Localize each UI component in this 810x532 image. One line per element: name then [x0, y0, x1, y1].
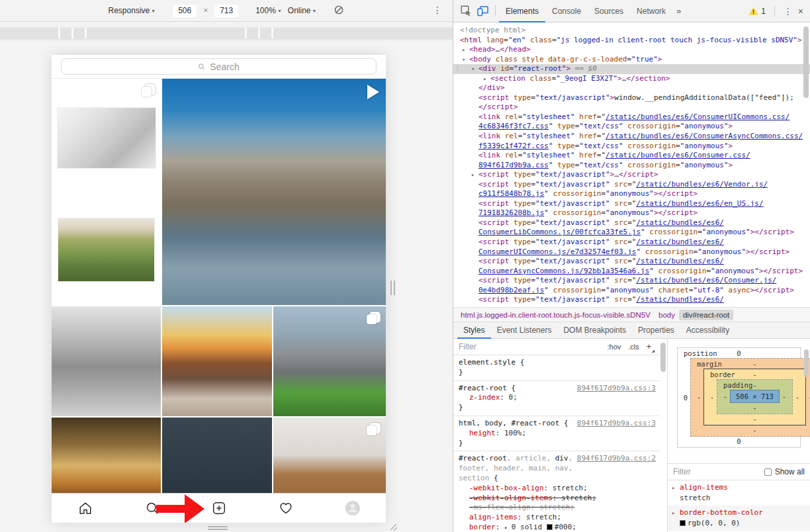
more-tabs-button[interactable]: » [672, 6, 685, 16]
stylesheet-source-link[interactable]: 894f617d9b9a.css:2 [577, 454, 656, 464]
devtools-tab-elements[interactable]: Elements [499, 0, 545, 22]
expand-arrow-closed[interactable]: ▸ [471, 170, 478, 180]
elements-tree-line[interactable]: ▾<body class style data-gr-c-s-loaded="t… [453, 55, 810, 65]
breadcrumb-item[interactable]: div#react-root [679, 310, 733, 320]
elements-tree-line[interactable]: 0e4bd98b2eaf.js" crossorigin="anonymous"… [453, 286, 810, 296]
css-property[interactable]: -ms-flex-align: stretch; [459, 503, 656, 513]
elements-tree-line[interactable]: <link rel="stylesheet" href="/static/bun… [453, 151, 810, 161]
viewport-height-input[interactable] [214, 5, 238, 17]
close-icon[interactable]: × [798, 6, 803, 17]
post-tile-autumn-lake[interactable] [52, 418, 161, 493]
css-property[interactable]: -webkit-align-items: stretch; [459, 494, 656, 504]
device-type-dropdown[interactable]: Responsive ▼ [109, 6, 156, 15]
styles-scrollbar[interactable] [660, 339, 667, 532]
devtools-tab-network[interactable]: Network [630, 0, 672, 22]
home-button[interactable] [71, 494, 100, 523]
post-tile-veil-archway[interactable] [52, 79, 161, 191]
zoom-dropdown[interactable]: 100% ▼ [255, 6, 282, 15]
breadcrumb-item[interactable]: body [654, 310, 679, 320]
elements-tree-line[interactable]: ConsumerUICommons.js/e7d32574ef03.js" cr… [453, 247, 810, 257]
style-rule[interactable]: element.style {} [453, 355, 660, 381]
elements-tree-line[interactable]: <script type="text/javascript" src="/sta… [453, 257, 810, 267]
computed-filter-input[interactable]: Filter [673, 467, 691, 476]
elements-tree-line[interactable]: </div> [453, 83, 810, 93]
post-tile-snowy-forest[interactable] [52, 306, 161, 416]
style-rule[interactable]: 894f617d9b9a.css:3html, body, #react-roo… [453, 416, 660, 451]
pseudo-state-toggle[interactable]: :hov [607, 343, 621, 351]
box-model-diagram[interactable]: position0 0 margin- - border- - [668, 339, 810, 464]
elements-tree-line[interactable]: c911f5848b78.js" crossorigin="anonymous"… [453, 189, 810, 199]
post-tile-white-garage[interactable] [273, 418, 386, 493]
viewport-resize-handle-bottom[interactable] [208, 526, 228, 531]
elements-tree-line[interactable]: <script type="text/javascript" src="/sta… [453, 238, 810, 247]
computed-property[interactable]: ▸align-itemsstretch [668, 480, 810, 506]
elements-tree-line-selected[interactable]: ⋮▾<div id="react-root"> == $0 [453, 64, 810, 74]
elements-tree-line[interactable]: 894f617d9b9a.css" type="text/css" crosso… [453, 161, 810, 171]
device-toolbar-menu-icon[interactable]: ⋮ [433, 5, 442, 15]
viewport-width-input[interactable] [173, 5, 197, 17]
sidebar-tab-properties[interactable]: Properties [632, 322, 680, 339]
css-property[interactable]: z-index: 0; [459, 393, 656, 403]
elements-scrollbar-thumb[interactable] [803, 26, 809, 98]
style-rule[interactable]: 894f617d9b9a.css:2#react-root, article, … [453, 451, 660, 532]
elements-tree-line[interactable]: <script type="text/javascript" src="/sta… [453, 180, 810, 190]
sidebar-tab-event-listeners[interactable]: Event Listeners [491, 322, 558, 339]
viewport-resize-handle-right[interactable] [390, 281, 396, 295]
no-throttling-icon[interactable] [334, 5, 344, 17]
post-tile-dark-pine-forest[interactable] [162, 418, 272, 493]
color-swatch[interactable] [547, 524, 553, 530]
elements-tree-line[interactable]: f5339c1f472f.css" type="text/css" crosso… [453, 142, 810, 152]
elements-tree-line[interactable]: <link rel="stylesheet" href="/static/bun… [453, 112, 810, 122]
post-tile-brutalist-building[interactable] [273, 306, 386, 416]
console-warning-badge[interactable]: 1 [748, 7, 766, 16]
new-post-button[interactable] [204, 494, 234, 523]
elements-tree-line[interactable]: ▸<head>…</head> [453, 45, 810, 55]
expand-arrow-open[interactable]: ▾ [462, 55, 469, 65]
css-property[interactable]: align-items: stretch; [459, 513, 656, 523]
elements-tree-line[interactable]: ConsumerAsyncCommons.js/92bb1a3546a6.js"… [453, 267, 810, 277]
css-property[interactable]: height: 100%; [459, 429, 656, 439]
sidebar-tab-styles[interactable]: Styles [457, 322, 491, 339]
elements-tree-line[interactable]: <script type="text/javascript" src="/sta… [453, 295, 810, 305]
css-property[interactable]: border: ▸ 0 solid #000; [459, 523, 656, 532]
elements-tree-line[interactable]: <script type="text/javascript" src="/sta… [453, 218, 810, 228]
computed-property[interactable]: ▸border-bottom-colorrgb(0, 0, 0) [668, 506, 810, 531]
elements-tree-line[interactable]: <link rel="stylesheet" href="/static/bun… [453, 132, 810, 142]
toggle-device-toolbar-icon[interactable] [474, 3, 492, 20]
activity-button[interactable] [271, 494, 300, 523]
new-style-rule-button[interactable]: +◢ [647, 341, 654, 353]
expand-arrow-closed[interactable]: ▸ [462, 45, 469, 55]
search-input[interactable]: Search [61, 58, 377, 75]
show-all-checkbox[interactable] [764, 468, 772, 476]
elements-tree-line[interactable]: <html lang="en" class="js logged-in clie… [453, 36, 810, 46]
scrollbar-thumb[interactable] [660, 343, 666, 372]
elements-tree-line[interactable]: <script type="text/javascript" src="/sta… [453, 276, 810, 286]
stylesheet-source-link[interactable]: 894f617d9b9a.css:3 [577, 384, 656, 394]
box-model-scrollbar-thumb[interactable] [804, 349, 809, 377]
expand-arrow-closed[interactable]: ▸ [483, 74, 490, 84]
style-rule[interactable]: 894f617d9b9a.css:3#react-root {z-index: … [453, 381, 660, 416]
elements-tree-line[interactable]: 71918326208b.js" crossorigin="anonymous"… [453, 208, 810, 218]
css-property[interactable]: -webkit-box-align: stretch; [459, 484, 656, 494]
elements-tree-line[interactable]: </script> [453, 103, 810, 112]
expand-arrow-open[interactable]: ▾ [471, 64, 478, 74]
inspect-element-icon[interactable] [457, 3, 474, 20]
post-tile-mountain-river[interactable] [162, 79, 386, 305]
elements-tree-line[interactable]: <!doctype html> [453, 26, 810, 36]
elements-tree-line[interactable]: <script type="text/javascript">window.__… [453, 93, 810, 103]
devtools-menu-icon[interactable]: ⋮ [784, 6, 793, 17]
elements-tree-line[interactable]: 4c68346f3fc7.css" type="text/css" crosso… [453, 122, 810, 132]
elements-tree-line[interactable]: ▸<script type="text/javascript">…</scrip… [453, 170, 810, 180]
devtools-tab-console[interactable]: Console [545, 0, 588, 22]
profile-button[interactable] [338, 494, 367, 523]
styles-filter-input[interactable]: Filter [459, 342, 476, 351]
network-throttle-dropdown[interactable]: Online ▼ [288, 6, 317, 15]
class-toggle[interactable]: .cls [628, 343, 639, 351]
elements-tree-line[interactable]: <script type="text/javascript" src="/sta… [453, 199, 810, 209]
devtools-tab-sources[interactable]: Sources [588, 0, 630, 22]
sidebar-tab-dom-breakpoints[interactable]: DOM Breakpoints [557, 322, 632, 339]
stylesheet-source-link[interactable]: 894f617d9b9a.css:3 [577, 419, 656, 429]
elements-tree-line[interactable]: ConsumerLibCommons.js/00fcfca33fe5.js" c… [453, 228, 810, 238]
elements-tree-line[interactable]: ▸<section class="_9eogI E3X2T">…</sectio… [453, 74, 810, 84]
post-tile-harbor-sunset[interactable] [162, 306, 272, 416]
